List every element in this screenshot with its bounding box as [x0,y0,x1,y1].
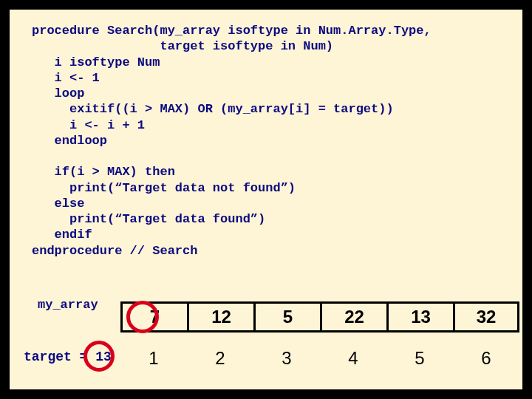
index-cell: 4 [320,344,386,373]
code-line: print(“Target data found”) [32,212,265,226]
index-cell: 1 [120,344,187,373]
array-table: 7 12 5 22 13 32 [120,301,519,332]
code-line: endloop [32,134,107,148]
array-cell: 13 [386,301,453,332]
code-line: if(i > MAX) then [32,165,175,179]
array-cell: 12 [187,301,253,332]
index-cell: 3 [253,344,320,373]
index-cell: 6 [453,344,519,373]
code-line: i <- 1 [32,71,100,85]
index-row: 1 2 3 4 5 6 [120,344,519,373]
code-line: else [32,197,84,211]
code-line: endif [32,228,92,242]
array-cell: 32 [453,301,519,332]
code-line: i isoftype Num [32,55,160,69]
code-line: loop [32,86,84,100]
highlight-circle-icon [83,341,115,372]
code-block: procedure Search(my_array isoftype in Nu… [32,23,500,259]
index-cell: 2 [187,344,253,373]
highlight-circle-icon [126,301,159,333]
code-line: print(“Target data not found”) [32,181,296,195]
code-line: endprocedure // Search [32,244,197,258]
array-label: my_array [38,298,98,312]
code-line: procedure Search(my_array isoftype in Nu… [32,24,432,38]
code-line: i <- i + 1 [32,118,145,132]
code-line: target isoftype in Num) [32,39,333,53]
index-cell: 5 [386,344,453,373]
slide: procedure Search(my_array isoftype in Nu… [7,7,525,392]
array-cell: 5 [253,301,320,332]
code-line: exitif((i > MAX) OR (my_array[i] = targe… [32,102,394,116]
array-cell: 22 [320,301,386,332]
